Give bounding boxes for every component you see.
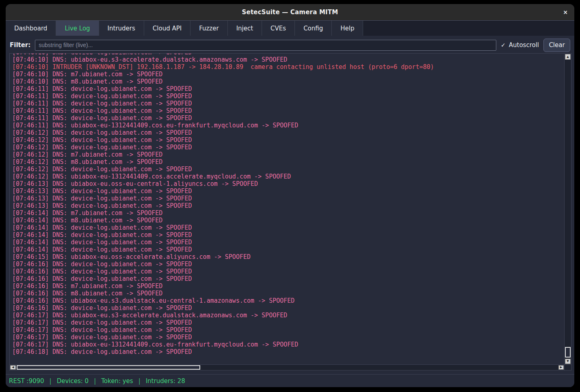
horizontal-scrollbar[interactable]: ◀ ▶ — [10, 364, 564, 370]
log-line: [07:46:11] DNS: device-log.ubianet.com -… — [12, 85, 564, 93]
title-bar: SetecSuite — Camera MITM × — [6, 4, 574, 20]
log-line: [07:46:10] DNS: m8.ubianet.com -> SPOOFE… — [12, 78, 564, 85]
log-line: [07:46:11] DNS: device-log.ubianet.com -… — [12, 100, 564, 107]
clear-button[interactable]: Clear — [543, 39, 570, 52]
scroll-down-icon[interactable]: ▼ — [565, 359, 571, 364]
log-frame: [07:46:10] DNS: device-log.ubianet.com -… — [9, 53, 571, 370]
log-line: [07:46:10] DNS: ubiabox-eu.s3-accelerate… — [12, 56, 564, 63]
log-line: [07:46:11] DNS: ubiabox-eu-1312441409.co… — [12, 122, 564, 129]
log-line: [07:46:16] DNS: device-log.ubianet.com -… — [12, 268, 564, 275]
log-line: [07:46:16] DNS: device-log.ubianet.com -… — [12, 275, 564, 282]
log-line: [07:46:18] DNS: device-log.ubianet.com -… — [12, 348, 564, 355]
status-segment: Token: yes — [101, 377, 133, 385]
tab-bar: DashboardLive LogIntrudersCloud APIFuzze… — [6, 20, 574, 36]
tab-cves[interactable]: CVEs — [262, 21, 295, 36]
log-line: [07:46:17] DNS: ubiabox-eu-1312441409.co… — [12, 341, 564, 348]
log-line: [07:46:15] DNS: ubiabox-eu.oss-accelerat… — [12, 253, 564, 261]
tab-config[interactable]: Config — [295, 21, 332, 36]
autoscroll-checkbox[interactable]: ✓ Autoscroll — [501, 41, 539, 49]
tab-help[interactable]: Help — [332, 21, 363, 36]
filter-bar: Filter: ✓ Autoscroll Clear — [6, 36, 574, 54]
horizontal-scrollbar-thumb[interactable] — [17, 365, 200, 370]
status-segment: REST :9090 — [9, 377, 44, 385]
log-line: [07:46:13] DNS: device-log.ubianet.com -… — [12, 202, 564, 209]
log-line: [07:46:17] DNS: device-log.ubianet.com -… — [12, 334, 564, 341]
status-separator: | — [94, 377, 96, 385]
scrollbar-corner — [564, 364, 571, 370]
log-line: [07:46:12] DNS: device-log.ubianet.com -… — [12, 136, 564, 144]
tab-live-log[interactable]: Live Log — [56, 21, 99, 36]
scroll-left-icon[interactable]: ◀ — [10, 365, 16, 370]
log-line: [07:46:11] DNS: device-log.ubianet.com -… — [12, 107, 564, 114]
scroll-up-icon[interactable]: ▲ — [565, 54, 571, 60]
autoscroll-label: Autoscroll — [509, 41, 539, 49]
log-line: [07:46:16] DNS: ubiabox-eu.s3.dualstack.… — [12, 297, 564, 304]
window-title: SetecSuite — Camera MITM — [242, 9, 338, 16]
filter-input[interactable] — [35, 40, 496, 51]
log-line: [07:46:10] DNS: m7.ubianet.com -> SPOOFE… — [12, 71, 564, 78]
log-line: [07:46:17] DNS: device-log.ubianet.com -… — [12, 326, 564, 334]
log-line: [07:46:14] DNS: device-log.ubianet.com -… — [12, 231, 564, 239]
status-segment: Intruders: 28 — [146, 377, 185, 385]
log-line: [07:46:12] DNS: device-log.ubianet.com -… — [12, 144, 564, 151]
log-line: [07:46:16] DNS: m7.ubianet.com -> SPOOFE… — [12, 282, 564, 290]
log-line: [07:46:11] DNS: device-log.ubianet.com -… — [12, 114, 564, 122]
log-line: [07:46:14] DNS: m7.ubianet.com -> SPOOFE… — [12, 209, 564, 217]
tab-dashboard[interactable]: Dashboard — [6, 21, 56, 36]
log-line: [07:46:11] DNS: device-log.ubianet.com -… — [12, 93, 564, 100]
log-line: [07:46:12] DNS: m7.ubianet.com -> SPOOFE… — [12, 151, 564, 158]
tab-intruders[interactable]: Intruders — [99, 21, 144, 36]
tab-inject[interactable]: Inject — [228, 21, 262, 36]
status-separator: | — [50, 377, 52, 385]
log-line: [07:46:16] DNS: m8.ubianet.com -> SPOOFE… — [12, 290, 564, 297]
log-line: [07:46:13] DNS: device-log.ubianet.com -… — [12, 187, 564, 195]
log-line: [07:46:14] DNS: device-log.ubianet.com -… — [12, 224, 564, 231]
scroll-right-icon[interactable]: ▶ — [558, 365, 564, 370]
log-line: [07:46:14] DNS: m8.ubianet.com -> SPOOFE… — [12, 217, 564, 224]
log-line: [07:46:12] DNS: ubiabox-eu-1312441409.co… — [12, 173, 564, 180]
log-line: [07:46:14] DNS: device-log.ubianet.com -… — [12, 239, 564, 246]
vertical-scrollbar[interactable]: ▲ ▼ — [564, 54, 571, 364]
status-separator: | — [139, 377, 141, 385]
log-line: [07:46:17] DNS: device-log.ubianet.com -… — [12, 319, 564, 326]
vertical-scrollbar-thumb[interactable] — [565, 347, 571, 358]
close-icon[interactable]: × — [563, 9, 568, 15]
status-bar: REST :9090|Devices: 0|Token: yes|Intrude… — [6, 374, 574, 387]
log-line: [07:46:16] DNS: device-log.ubianet.com -… — [12, 261, 564, 268]
log-line-intruder: [07:46:10] INTRUDER [UNKNOWN_DST] 192.16… — [12, 63, 564, 71]
app-window: SetecSuite — Camera MITM × DashboardLive… — [6, 4, 574, 387]
log-line: [07:46:13] DNS: device-log.ubianet.com -… — [12, 195, 564, 202]
log-line: [07:46:17] DNS: ubiabox-eu.s3-accelerate… — [12, 312, 564, 319]
log-line: [07:46:13] DNS: ubiabox-eu.oss-eu-centra… — [12, 180, 564, 187]
status-segment: Devices: 0 — [57, 377, 89, 385]
log-line: [07:46:14] DNS: device-log.ubianet.com -… — [12, 246, 564, 253]
log-line: [07:46:12] DNS: m8.ubianet.com -> SPOOFE… — [12, 158, 564, 166]
checkmark-icon: ✓ — [501, 42, 506, 48]
filter-label: Filter: — [10, 41, 30, 49]
log-line: [07:46:12] DNS: device-log.ubianet.com -… — [12, 166, 564, 173]
log-line: [07:46:12] DNS: device-log.ubianet.com -… — [12, 129, 564, 136]
log-text-area[interactable]: [07:46:10] DNS: device-log.ubianet.com -… — [10, 54, 564, 364]
log-line: [07:46:16] DNS: device-log.ubianet.com -… — [12, 304, 564, 312]
tab-fuzzer[interactable]: Fuzzer — [190, 21, 227, 36]
tab-cloud-api[interactable]: Cloud API — [144, 21, 190, 36]
